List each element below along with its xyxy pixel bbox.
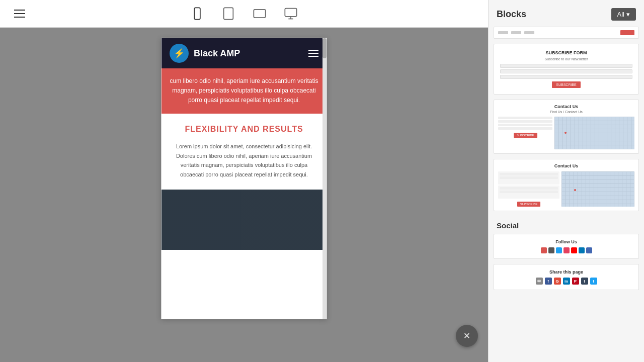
thumb-contact-button-2: SUBSCRIBE bbox=[517, 202, 541, 207]
thumb-share-icons: ✉ f G in P t t bbox=[499, 278, 633, 285]
mobile-scrollbar[interactable] bbox=[323, 38, 327, 319]
thumb-info-line-1 bbox=[498, 117, 552, 119]
thumb-share-email: ✉ bbox=[536, 278, 543, 285]
thumb-share-google: G bbox=[554, 278, 561, 285]
thumb-nav-cta bbox=[620, 30, 634, 35]
mobile-logo-text: Black AMP bbox=[194, 48, 240, 59]
thumb-nav-item-2 bbox=[511, 31, 521, 34]
thumb-nav-item-3 bbox=[524, 31, 534, 34]
thumb-subscribe-subtitle: Subscribe to our Newsletter bbox=[500, 57, 632, 61]
thumb-social-icon-youtube bbox=[571, 247, 577, 253]
thumb-contact-info-1: SUBSCRIBE bbox=[498, 117, 552, 149]
mobile-logo: ⚡ Black AMP bbox=[170, 44, 240, 63]
thumb-info-line-7 bbox=[500, 187, 558, 190]
thumb-social-icon-dark bbox=[548, 247, 554, 253]
social-section-title: Social bbox=[494, 216, 639, 234]
sidebar-header: Blocks All ▾ bbox=[489, 0, 644, 27]
thumb-contact-content-2: Contact Us SUBSCRIBE bbox=[494, 159, 638, 211]
thumb-follow-title: Follow Us bbox=[499, 239, 633, 244]
thumb-social-icon-pinterest bbox=[541, 247, 547, 253]
thumb-info-block-2 bbox=[498, 186, 559, 199]
thumb-map-pin-2 bbox=[574, 189, 576, 191]
mobile-content-heading: FLEXIBILITY AND RESULTS bbox=[170, 124, 318, 135]
thumb-nav-items bbox=[498, 31, 534, 34]
thumb-contact-title-1: Contact Us bbox=[498, 104, 634, 109]
fab-button[interactable]: × bbox=[456, 325, 478, 347]
mobile-bottom-area bbox=[162, 190, 327, 250]
mobile-content-body: Lorem ipsum dolor sit amet, consectetur … bbox=[170, 142, 318, 179]
thumb-contact-button-1: SUBSCRIBE bbox=[514, 133, 537, 138]
sidebar: Blocks All ▾ SUBSCRIBE FORM Subscribe to… bbox=[488, 0, 644, 362]
mobile-content-section: FLEXIBILITY AND RESULTS Lorem ipsum dolo… bbox=[162, 114, 327, 190]
sidebar-content: SUBSCRIBE FORM Subscribe to our Newslett… bbox=[489, 27, 644, 362]
toolbar bbox=[0, 0, 488, 28]
block-thumb-contact-1[interactable]: Contact Us Find Us / Contact Us SUBSCRIB… bbox=[494, 100, 639, 154]
mobile-red-section: cum libero odio nihil, aperiam iure accu… bbox=[162, 68, 327, 114]
device-icons bbox=[184, 3, 304, 25]
thumb-contact-subtitle-1: Find Us / Contact Us bbox=[498, 110, 634, 114]
desktop-device-icon[interactable] bbox=[278, 3, 304, 25]
thumb-social-icon-instagram bbox=[564, 247, 570, 253]
sidebar-filter-button[interactable]: All ▾ bbox=[611, 8, 636, 21]
thumb-field-1 bbox=[500, 64, 632, 68]
thumb-field-2 bbox=[500, 69, 632, 73]
thumb-social-icon-facebook bbox=[586, 247, 592, 253]
mobile-menu-icon bbox=[308, 50, 318, 57]
thumb-subscribe-fields bbox=[500, 64, 632, 79]
thumb-social-icons bbox=[499, 247, 633, 253]
thumb-subscribe-content: SUBSCRIBE FORM Subscribe to our Newslett… bbox=[494, 44, 638, 94]
thumb-map-grid-1 bbox=[554, 117, 634, 149]
thumb-info-line-3 bbox=[498, 124, 552, 126]
thumb-info-line-8 bbox=[500, 191, 558, 193]
thumb-info-line-2 bbox=[498, 120, 552, 123]
mobile-scrollbar-thumb[interactable] bbox=[323, 38, 327, 58]
thumb-social-icon-linkedin bbox=[579, 247, 585, 253]
thumb-share-twitter: t bbox=[590, 278, 597, 285]
landscape-device-icon[interactable] bbox=[247, 3, 273, 25]
tablet-device-icon[interactable] bbox=[215, 3, 242, 25]
svg-rect-6 bbox=[285, 9, 296, 17]
thumb-share-content: Share this page ✉ f G in P t t bbox=[494, 264, 638, 290]
canvas-area: ⚡ Black AMP cum libero odio nihil, aperi… bbox=[0, 0, 488, 362]
mobile-header: ⚡ Black AMP bbox=[162, 38, 327, 68]
thumb-share-tumblr: t bbox=[581, 278, 588, 285]
thumb-contact-title-2: Contact Us bbox=[498, 163, 634, 168]
svg-rect-2 bbox=[224, 8, 233, 19]
thumb-subscribe-button: SUBSCRIBE bbox=[552, 81, 580, 88]
thumb-map-2 bbox=[561, 171, 634, 207]
thumb-nav-content bbox=[494, 27, 638, 38]
thumb-info-line-5 bbox=[500, 173, 558, 175]
thumb-field-3 bbox=[500, 75, 632, 79]
thumb-follow-content: Follow Us bbox=[494, 234, 638, 258]
mobile-red-text: cum libero odio nihil, aperiam iure accu… bbox=[170, 76, 318, 106]
thumb-contact-left-2: SUBSCRIBE bbox=[498, 171, 559, 207]
thumb-contact-body-2: SUBSCRIBE bbox=[498, 171, 634, 207]
mobile-device-icon[interactable] bbox=[184, 3, 210, 25]
thumb-nav-item-1 bbox=[498, 31, 508, 34]
thumb-share-linkedin: in bbox=[563, 278, 570, 285]
thumb-map-1 bbox=[554, 117, 634, 149]
thumb-info-line-4 bbox=[498, 127, 552, 130]
thumb-map-grid-2 bbox=[561, 171, 634, 207]
block-thumb-subscribe[interactable]: SUBSCRIBE FORM Subscribe to our Newslett… bbox=[494, 44, 639, 95]
svg-rect-0 bbox=[194, 8, 200, 19]
thumb-share-facebook: f bbox=[545, 278, 552, 285]
thumb-contact-content-1: Contact Us Find Us / Contact Us SUBSCRIB… bbox=[494, 100, 638, 153]
block-thumb-follow[interactable]: Follow Us bbox=[494, 234, 639, 259]
thumb-subscribe-btn-row: SUBSCRIBE bbox=[498, 202, 559, 207]
thumb-share-title: Share this page bbox=[499, 269, 633, 275]
mobile-logo-icon: ⚡ bbox=[170, 44, 189, 63]
thumb-share-pinterest: P bbox=[572, 278, 579, 285]
block-thumb-contact-2[interactable]: Contact Us SUBSCRIBE bbox=[494, 159, 639, 211]
block-thumb-share[interactable]: Share this page ✉ f G in P t t bbox=[494, 264, 639, 290]
preview-container: ⚡ Black AMP cum libero odio nihil, aperi… bbox=[0, 28, 488, 362]
thumb-social-icon-twitter bbox=[556, 247, 562, 253]
svg-rect-4 bbox=[254, 10, 265, 18]
thumb-map-area-1: SUBSCRIBE bbox=[498, 117, 634, 149]
block-thumb-nav[interactable] bbox=[494, 27, 639, 39]
thumb-info-line-6 bbox=[500, 176, 558, 179]
thumb-subscribe-title: SUBSCRIBE FORM bbox=[500, 50, 632, 55]
hamburger-button[interactable] bbox=[10, 6, 29, 22]
mobile-frame: ⚡ Black AMP cum libero odio nihil, aperi… bbox=[161, 38, 327, 319]
sidebar-title: Blocks bbox=[497, 9, 526, 20]
